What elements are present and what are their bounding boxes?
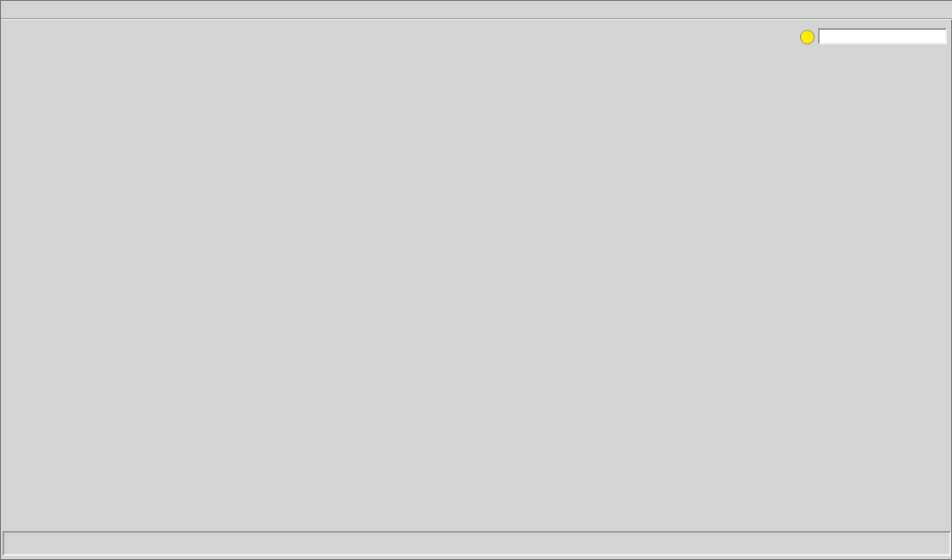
- main-window: [0, 0, 952, 560]
- status-datetime-field: [818, 28, 947, 44]
- top-bar: [1, 1, 952, 20]
- status-bar: [3, 531, 951, 556]
- heartbeat-indicator: [800, 30, 815, 44]
